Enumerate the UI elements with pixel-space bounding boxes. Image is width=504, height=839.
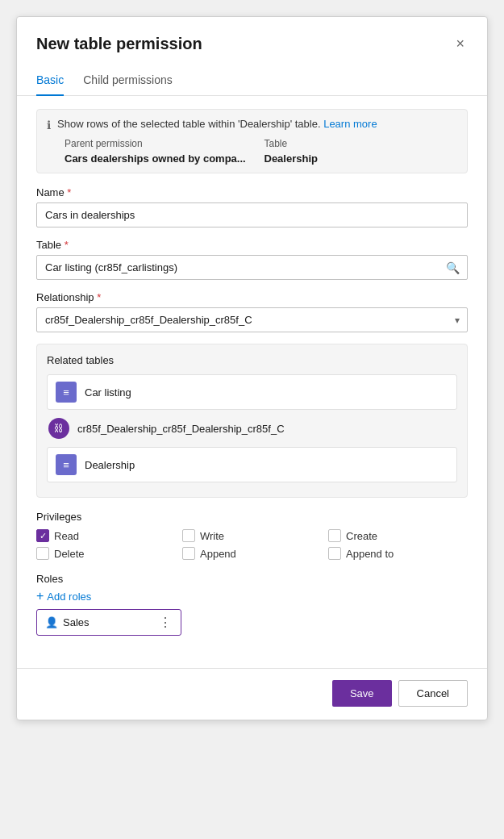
table-field-group: Table * 🔍 <box>36 239 468 280</box>
dialog-title: New table permission <box>36 35 202 53</box>
related-tables-box: Related tables ≡ Car listing ⛓ cr85f_Dea… <box>36 344 468 498</box>
roles-section: Roles + Add roles 👤 Sales ⋮ <box>36 573 468 636</box>
role-tag-left: 👤 Sales <box>45 616 90 628</box>
parent-permission-value: Cars dealerships owned by compa... <box>65 152 258 165</box>
write-label: Write <box>200 530 224 542</box>
table-label: Table * <box>36 239 468 251</box>
list-item: ⛓ cr85f_Dealership_cr85f_Dealership_cr85… <box>47 415 457 442</box>
privilege-append: Append <box>182 547 322 560</box>
dialog-footer: Save Cancel <box>17 668 487 720</box>
tabs-bar: Basic Child permissions <box>17 67 487 96</box>
info-table: Parent permission Table Cars dealerships… <box>65 138 457 165</box>
dialog-body: ℹ Show rows of the selected table within… <box>17 96 487 668</box>
tab-basic[interactable]: Basic <box>36 67 64 96</box>
related-tables-title: Related tables <box>47 354 457 366</box>
delete-checkbox[interactable] <box>36 547 49 560</box>
person-icon: 👤 <box>45 616 58 628</box>
table-select-wrapper: 🔍 <box>36 255 468 280</box>
learn-more-link[interactable]: Learn more <box>323 118 377 130</box>
privilege-create: Create <box>328 529 468 542</box>
privileges-title: Privileges <box>36 511 468 523</box>
roles-title: Roles <box>36 573 468 585</box>
relationship-label: Relationship * <box>36 291 468 303</box>
append-to-label: Append to <box>346 548 394 560</box>
dialog-header: New table permission × <box>17 17 487 67</box>
role-more-button[interactable]: ⋮ <box>159 615 173 630</box>
append-to-checkbox[interactable] <box>328 547 341 560</box>
privileges-grid: Read Write Create Delete Append <box>36 529 468 560</box>
name-input[interactable] <box>36 202 468 227</box>
info-row: ℹ Show rows of the selected table within… <box>47 118 457 131</box>
info-icon: ℹ <box>47 119 51 131</box>
privilege-read: Read <box>36 529 176 542</box>
read-checkbox[interactable] <box>36 529 49 542</box>
close-button[interactable]: × <box>452 33 468 54</box>
table-header: Table <box>264 138 458 149</box>
create-label: Create <box>346 530 377 542</box>
name-label: Name * <box>36 186 468 198</box>
cancel-button[interactable]: Cancel <box>398 680 468 707</box>
add-roles-button[interactable]: + Add roles <box>36 590 91 603</box>
privilege-append-to: Append to <box>328 547 468 560</box>
related-item-label: cr85f_Dealership_cr85f_Dealership_cr85f_… <box>77 423 285 435</box>
delete-label: Delete <box>54 548 85 560</box>
create-checkbox[interactable] <box>328 529 341 542</box>
plus-icon: + <box>36 590 44 603</box>
role-tag: 👤 Sales ⋮ <box>36 609 181 636</box>
append-label: Append <box>200 548 236 560</box>
info-table-value: Dealership <box>264 152 458 165</box>
link-icon: ⛓ <box>48 418 69 439</box>
related-item-label: Car listing <box>85 386 131 399</box>
new-table-permission-dialog: New table permission × Basic Child permi… <box>16 16 488 720</box>
privilege-write: Write <box>182 529 322 542</box>
info-box: ℹ Show rows of the selected table within… <box>36 109 468 173</box>
write-checkbox[interactable] <box>182 529 195 542</box>
parent-permission-header: Parent permission <box>65 138 258 149</box>
read-label: Read <box>54 530 79 542</box>
save-button[interactable]: Save <box>332 680 392 707</box>
list-item: ≡ Dealership <box>47 447 457 482</box>
relationship-input[interactable] <box>36 307 468 332</box>
table-icon: ≡ <box>56 382 77 403</box>
append-checkbox[interactable] <box>182 547 195 560</box>
relationship-field-group: Relationship * ▾ <box>36 291 468 332</box>
table-input[interactable] <box>36 255 468 280</box>
privilege-delete: Delete <box>36 547 176 560</box>
related-item-label: Dealership <box>85 459 135 471</box>
name-field-group: Name * <box>36 186 468 227</box>
role-label: Sales <box>63 616 90 628</box>
relationship-select-wrapper: ▾ <box>36 307 468 332</box>
list-item: ≡ Car listing <box>47 374 457 410</box>
privileges-section: Privileges Read Write Create Delete <box>36 511 468 560</box>
tab-child-permissions[interactable]: Child permissions <box>83 67 172 96</box>
info-description: Show rows of the selected table within '… <box>57 118 377 130</box>
table-icon: ≡ <box>56 454 77 475</box>
